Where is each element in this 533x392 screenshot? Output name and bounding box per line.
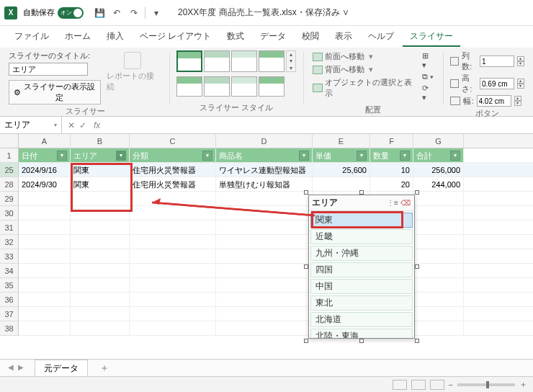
- clear-filter-icon[interactable]: ⌫: [400, 197, 411, 209]
- align-menu[interactable]: ⊞ ▾: [421, 50, 436, 71]
- row-head[interactable]: 34: [0, 264, 18, 278]
- empty-row[interactable]: [19, 264, 533, 278]
- tab-view[interactable]: 表示: [328, 27, 359, 47]
- select-all[interactable]: [0, 134, 19, 148]
- filter-dropdown[interactable]: ▾: [400, 151, 410, 161]
- filter-dropdown[interactable]: ▾: [57, 151, 67, 161]
- row-head-1[interactable]: 1: [0, 148, 18, 163]
- redo-icon[interactable]: ↷: [128, 7, 140, 19]
- selection-pane-button[interactable]: オブジェクトの選択と表示: [311, 76, 414, 99]
- style-swatch-1[interactable]: [176, 50, 202, 72]
- row-head[interactable]: 36: [0, 293, 18, 307]
- tab-review[interactable]: 校閲: [295, 27, 326, 47]
- height-input[interactable]: [480, 78, 514, 89]
- filter-dropdown[interactable]: ▾: [299, 151, 309, 161]
- filter-dropdown-area[interactable]: ▾: [116, 151, 126, 161]
- row-head[interactable]: 31: [0, 220, 18, 235]
- tab-home[interactable]: ホーム: [58, 27, 98, 47]
- col-head-C[interactable]: C: [130, 134, 216, 148]
- sheet-nav-prev[interactable]: ◀: [6, 363, 16, 373]
- style-swatch-7[interactable]: [231, 76, 257, 97]
- empty-row[interactable]: [19, 321, 533, 336]
- filter-dropdown[interactable]: ▾: [202, 151, 212, 161]
- filter-dropdown[interactable]: ▾: [357, 151, 367, 161]
- slicer-item[interactable]: 中国: [310, 279, 413, 294]
- style-gallery-more[interactable]: ▴▾▾: [286, 50, 296, 72]
- width-input[interactable]: [477, 95, 511, 107]
- page-break-view-icon[interactable]: [430, 380, 444, 390]
- empty-row[interactable]: [19, 293, 533, 307]
- qa-overflow-icon[interactable]: ▾: [151, 7, 162, 19]
- tab-data[interactable]: データ: [253, 27, 293, 47]
- empty-row[interactable]: [19, 278, 533, 293]
- row-head[interactable]: 32: [0, 235, 18, 249]
- col-head-B[interactable]: B: [71, 134, 130, 148]
- slicer-item[interactable]: 東北: [310, 295, 413, 311]
- slicer-item[interactable]: 四国: [310, 262, 413, 277]
- filename[interactable]: 20XX年度 商品売上一覧表.xlsx・保存済み ∨: [178, 6, 349, 19]
- group-menu[interactable]: ⧉ ▾: [421, 71, 436, 82]
- tab-help[interactable]: ヘルプ: [361, 27, 401, 47]
- slicer-item[interactable]: 北陸・東海: [310, 329, 413, 338]
- undo-icon[interactable]: ↶: [111, 7, 122, 19]
- rotate-menu[interactable]: ⟳ ▾: [421, 83, 436, 103]
- empty-row[interactable]: [19, 235, 533, 249]
- save-icon[interactable]: 💾: [94, 7, 105, 19]
- col-head-G[interactable]: G: [413, 134, 464, 148]
- row-head[interactable]: 38: [0, 321, 18, 336]
- row-head[interactable]: 37: [0, 307, 18, 321]
- slicer-settings-button[interactable]: ⚙スライサーの表示設定: [9, 80, 101, 104]
- empty-row[interactable]: [19, 206, 533, 220]
- slicer-caption-input[interactable]: [9, 63, 88, 76]
- name-box[interactable]: エリア▾: [0, 117, 62, 133]
- col-head-D[interactable]: D: [216, 134, 313, 148]
- slicer-item[interactable]: 九州・沖縄: [310, 246, 413, 261]
- add-sheet-button[interactable]: ＋: [99, 362, 109, 375]
- col-head-A[interactable]: A: [19, 134, 71, 148]
- fx-icon[interactable]: fx: [91, 120, 103, 130]
- style-swatch-4[interactable]: [259, 50, 285, 72]
- sheet-grid[interactable]: A B C D E F G 1 25 28 29 30 31 32 33 34 …: [0, 134, 533, 336]
- slicer-item-kanto[interactable]: 関東: [310, 213, 413, 228]
- sheet-nav-next[interactable]: ▶: [16, 363, 26, 373]
- slicer-area[interactable]: エリア ⋮≡ ⌫ 関東 近畿 九州・沖縄 四国 中国 東北 北海道 北陸・東海: [308, 195, 415, 339]
- table-row[interactable]: 2024/9/30 関東 住宅用火災警報器 単独型けむり報知器 20 244,0…: [19, 177, 533, 192]
- empty-row[interactable]: [19, 307, 533, 321]
- page-layout-view-icon[interactable]: [411, 380, 426, 390]
- slicer-item[interactable]: 近畿: [310, 229, 413, 244]
- tab-formulas[interactable]: 数式: [220, 27, 251, 47]
- multi-select-icon[interactable]: ⋮≡: [387, 197, 398, 209]
- tab-slicer[interactable]: スライサー: [403, 27, 460, 47]
- style-swatch-2[interactable]: [204, 50, 230, 72]
- slicer-item[interactable]: 北海道: [310, 312, 413, 327]
- col-head-E[interactable]: E: [313, 134, 370, 148]
- style-swatch-3[interactable]: [231, 50, 257, 72]
- row-head[interactable]: 33: [0, 249, 18, 264]
- normal-view-icon[interactable]: [393, 380, 407, 390]
- row-head-28[interactable]: 28: [0, 177, 18, 192]
- empty-row[interactable]: [19, 220, 533, 235]
- tab-pagelayout[interactable]: ページ レイアウト: [133, 27, 218, 47]
- confirm-icon[interactable]: ✓: [79, 120, 86, 130]
- row-head[interactable]: 30: [0, 206, 18, 220]
- columns-input[interactable]: [480, 55, 514, 67]
- col-head-F[interactable]: F: [370, 134, 413, 148]
- autosave-toggle[interactable]: オン: [58, 7, 84, 19]
- sheet-tab[interactable]: 元データ: [35, 360, 88, 377]
- zoom-slider[interactable]: [457, 383, 515, 386]
- cancel-icon[interactable]: ✕: [68, 120, 75, 130]
- row-head[interactable]: 35: [0, 278, 18, 293]
- bring-forward-button[interactable]: 前面へ移動▾: [311, 50, 414, 63]
- zoom-out-icon[interactable]: −: [449, 380, 453, 389]
- empty-row[interactable]: [19, 192, 533, 206]
- tab-file[interactable]: ファイル: [7, 27, 56, 47]
- send-backward-button[interactable]: 背面へ移動▾: [311, 63, 414, 76]
- filter-dropdown[interactable]: ▾: [450, 151, 460, 161]
- tab-insert[interactable]: 挿入: [99, 27, 131, 47]
- empty-row[interactable]: [19, 249, 533, 264]
- style-swatch-6[interactable]: [204, 76, 230, 97]
- table-row[interactable]: 2024/9/16 関東 住宅用火災警報器 ワイヤレス連動型報知器 25,600…: [19, 163, 533, 177]
- slicer-header[interactable]: エリア ⋮≡ ⌫: [309, 195, 414, 211]
- style-swatch-5[interactable]: [176, 76, 202, 97]
- row-head-25[interactable]: 25: [0, 163, 18, 177]
